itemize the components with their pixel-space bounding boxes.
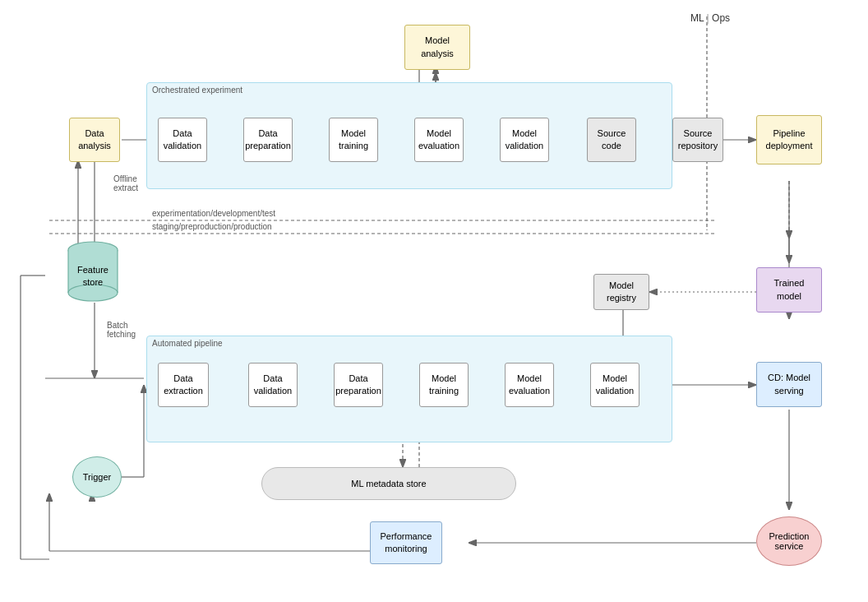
batch-fetching-label: Batchfetching	[107, 321, 136, 339]
source-code-box: Sourcecode	[587, 118, 636, 162]
trigger-box: Trigger	[72, 456, 122, 498]
diagram: ML | Ops Modelanalysis Orchestrated expe…	[0, 0, 868, 602]
model-analysis-box: Modelanalysis	[404, 25, 470, 70]
data-analysis-box: Dataanalysis	[69, 118, 120, 162]
model-validation-2-box: Modelvalidation	[590, 363, 639, 407]
model-registry-box: Modelregistry	[593, 274, 649, 310]
data-validation-1-box: Datavalidation	[158, 118, 207, 162]
model-training-2-box: Modeltraining	[419, 363, 469, 407]
model-evaluation-2-box: Modelevaluation	[505, 363, 554, 407]
ml-metadata-store-box: ML metadata store	[261, 467, 516, 500]
data-preparation-2-box: Datapreparation	[334, 363, 383, 407]
staging-label: staging/preproduction/production	[152, 222, 272, 231]
trained-model-box: Trainedmodel	[756, 267, 822, 313]
experimentation-label: experimentation/development/test	[152, 209, 275, 218]
data-extraction-box: Dataextraction	[158, 363, 209, 407]
source-repository-box: Sourcerepository	[672, 118, 723, 162]
data-validation-2-box: Datavalidation	[248, 363, 298, 407]
model-validation-1-box: Modelvalidation	[500, 118, 549, 162]
data-preparation-1-box: Datapreparation	[243, 118, 293, 162]
feature-store-box: Featurestore	[64, 240, 122, 306]
offline-extract-label: Offlineextract	[113, 174, 138, 192]
performance-monitoring-box: Performancemonitoring	[370, 521, 442, 564]
ml-ops-label: ML | Ops	[690, 12, 730, 24]
pipeline-deployment-box: Pipelinedeployment	[756, 115, 822, 164]
model-evaluation-1-box: Modelevaluation	[414, 118, 464, 162]
model-training-1-box: Modeltraining	[329, 118, 378, 162]
cd-model-serving-box: CD: Modelserving	[756, 362, 822, 407]
automated-pipeline-label: Automated pipeline	[152, 339, 223, 348]
orchestrated-experiment-label: Orchestrated experiment	[152, 86, 242, 95]
prediction-service-box: Predictionservice	[756, 516, 822, 566]
